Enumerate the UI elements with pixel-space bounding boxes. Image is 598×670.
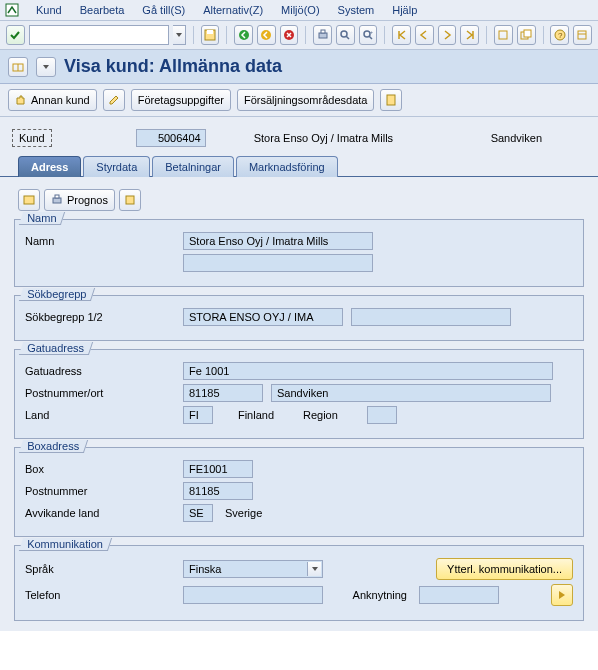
menubar: Kund Bearbeta Gå till(S) Alternativ(Z) M… — [0, 0, 598, 21]
separator — [543, 26, 544, 44]
command-field[interactable] — [29, 25, 169, 45]
avvikande-land-field: SE — [183, 504, 213, 522]
gatuadress-field: Fe 1001 — [183, 362, 553, 380]
postnummer-ort-label: Postnummer/ort — [25, 387, 175, 399]
foretagsuppgifter-label: Företagsuppgifter — [138, 94, 224, 106]
namn-field: Stora Enso Oyj / Imatra Mills — [183, 232, 373, 250]
tab-marknadsforing[interactable]: Marknadsföring — [236, 156, 338, 177]
anknytning-field — [419, 586, 499, 604]
annan-kund-button[interactable]: Annan kund — [8, 89, 97, 111]
tab-styrdata[interactable]: Styrdata — [83, 156, 150, 177]
svg-point-3 — [239, 30, 249, 40]
prognos-button[interactable]: Prognos — [44, 189, 115, 211]
menu-hjalp[interactable]: Hjälp — [384, 2, 425, 18]
menu-alternativ[interactable]: Alternativ(Z) — [195, 2, 271, 18]
shortcut-icon[interactable] — [517, 25, 536, 45]
group-namn: Namn Namn Stora Enso Oyj / Imatra Mills — [14, 219, 584, 287]
separator — [193, 26, 194, 44]
new-session-icon[interactable] — [494, 25, 513, 45]
menu-gatill[interactable]: Gå till(S) — [134, 2, 193, 18]
foretagsuppgifter-button[interactable]: Företagsuppgifter — [131, 89, 231, 111]
telefon-field — [183, 586, 323, 604]
next-page-icon[interactable] — [438, 25, 457, 45]
tab-content: Prognos Namn Namn Stora Enso Oyj / Imatr… — [0, 177, 598, 631]
kund-number-field: 5006404 — [136, 129, 206, 147]
group-sokbegrepp-title: Sökbegrepp — [19, 288, 96, 301]
menu-miljo[interactable]: Miljö(O) — [273, 2, 328, 18]
find-icon[interactable] — [336, 25, 355, 45]
menu-bearbeta[interactable]: Bearbeta — [72, 2, 133, 18]
separator — [305, 26, 306, 44]
group-kommunikation: Kommunikation Språk Finska Ytterl. kommu… — [14, 545, 584, 621]
print-icon — [51, 194, 63, 206]
change-icon-button[interactable] — [103, 89, 125, 111]
sokbegrepp-2-field — [351, 308, 511, 326]
tab-adress[interactable]: Adress — [18, 156, 81, 177]
preview-icon-button[interactable] — [18, 189, 40, 211]
group-boxadress-title: Boxadress — [19, 440, 88, 453]
avvikande-land-name: Sverige — [221, 505, 266, 521]
object-services-dd-icon[interactable] — [36, 57, 56, 77]
svg-rect-6 — [319, 33, 327, 38]
box-field: FE1001 — [183, 460, 253, 478]
sap-logo-icon — [4, 2, 20, 18]
svg-rect-22 — [387, 95, 395, 105]
save-icon[interactable] — [201, 25, 220, 45]
arrow-right-icon — [556, 589, 568, 601]
separator — [384, 26, 385, 44]
exit-icon[interactable] — [257, 25, 276, 45]
last-page-icon[interactable] — [460, 25, 479, 45]
prev-page-icon[interactable] — [415, 25, 434, 45]
land-name-text: Finland — [221, 407, 291, 423]
gatuadress-label: Gatuadress — [25, 365, 175, 377]
print-icon[interactable] — [313, 25, 332, 45]
enter-button[interactable] — [6, 25, 25, 45]
object-services-icon[interactable] — [8, 57, 28, 77]
tab-betalningar[interactable]: Betalningar — [152, 156, 234, 177]
forsaljningsomradesdata-button[interactable]: Försäljningsområdesdata — [237, 89, 375, 111]
kund-location-text: Sandviken — [487, 130, 546, 146]
svg-rect-25 — [55, 195, 59, 198]
forsaljningsomradesdata-label: Försäljningsområdesdata — [244, 94, 368, 106]
hand-icon — [15, 94, 27, 106]
menu-kund[interactable]: Kund — [28, 2, 70, 18]
first-page-icon[interactable] — [392, 25, 411, 45]
back-icon[interactable] — [234, 25, 253, 45]
svg-point-4 — [261, 30, 271, 40]
separator — [486, 26, 487, 44]
kund-name-text: Stora Enso Oyj / Imatra Mills — [250, 130, 397, 146]
globe-icon — [124, 194, 136, 206]
find-next-icon[interactable]: + — [359, 25, 378, 45]
cancel-icon[interactable] — [280, 25, 299, 45]
additional-data-icon-button[interactable] — [380, 89, 402, 111]
group-gatuadress-title: Gatuadress — [19, 342, 93, 355]
svg-rect-24 — [53, 198, 61, 203]
sokbegrepp-1-field: STORA ENSO OYJ / IMA — [183, 308, 343, 326]
menu-system[interactable]: System — [330, 2, 383, 18]
document-icon — [385, 94, 397, 106]
svg-rect-26 — [126, 196, 134, 204]
internat-versions-button[interactable] — [119, 189, 141, 211]
sprak-combo[interactable]: Finska — [183, 560, 323, 578]
pencil-icon — [108, 94, 120, 106]
namn-label: Namn — [25, 235, 175, 247]
land-field: FI — [183, 406, 213, 424]
preview-icon — [23, 194, 35, 206]
svg-line-9 — [346, 36, 349, 39]
group-kommunikation-title: Kommunikation — [19, 538, 112, 551]
group-gatuadress: Gatuadress Gatuadress Fe 1001 Postnummer… — [14, 349, 584, 439]
ytterl-kommunikation-button[interactable]: Ytterl. kommunikation... — [436, 558, 573, 580]
box-label: Box — [25, 463, 175, 475]
help-icon[interactable]: ? — [550, 25, 569, 45]
standard-toolbar: + ? — [0, 21, 598, 50]
svg-text:?: ? — [558, 31, 563, 40]
telefon-more-button[interactable] — [551, 584, 573, 606]
chevron-down-icon — [307, 562, 321, 576]
land-label: Land — [25, 409, 175, 421]
layout-menu-icon[interactable] — [573, 25, 592, 45]
group-boxadress: Boxadress Box FE1001 Postnummer 81185 Av… — [14, 447, 584, 537]
command-history-dropdown[interactable] — [173, 25, 186, 45]
telefon-label: Telefon — [25, 589, 175, 601]
prognos-label: Prognos — [67, 194, 108, 206]
svg-text:+: + — [370, 29, 373, 35]
